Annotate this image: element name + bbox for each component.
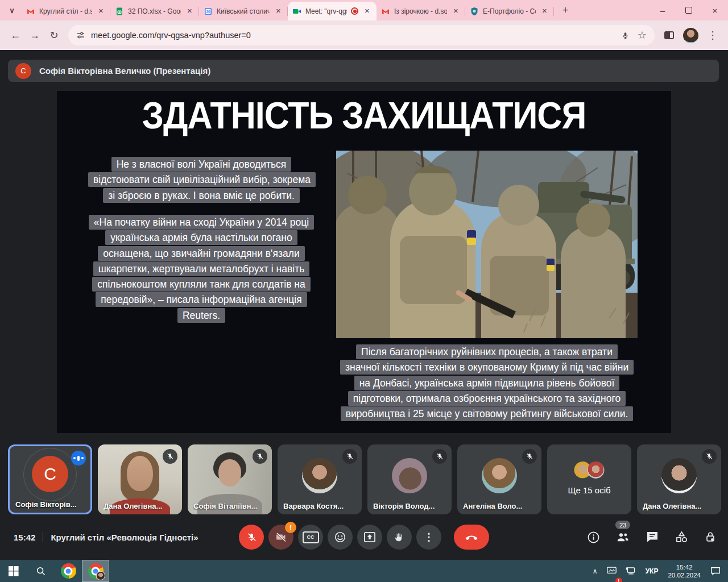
action-center-button[interactable] [708,560,723,582]
participant-tile-overflow[interactable]: Ще 15 осіб [547,444,631,514]
url-text[interactable]: meet.google.com/qrv-qgsa-vnp?authuser=0 [91,31,615,40]
gmail-icon [381,7,390,16]
participant-name: Вікторія Волод... [373,502,435,510]
svg-text:20: 20 [206,9,210,13]
participant-photo-avatar [661,458,697,493]
present-button[interactable] [357,525,382,550]
end-call-button[interactable] [454,525,489,550]
mic-toggle-button[interactable] [239,525,264,550]
camera-toggle-button[interactable]: ! [268,525,293,550]
call-controls: ! CC ⋮ [239,525,489,550]
forward-button[interactable]: → [25,26,44,45]
tray-network-icon[interactable] [623,560,639,582]
meeting-name: Круглий стіл «Революція Гідності» [51,533,198,542]
site-settings-icon[interactable] [76,31,85,40]
participant-tile-varvara[interactable]: Варвара Костя... [278,444,362,514]
close-icon[interactable]: × [185,6,195,16]
participant-name: Софія Віталіївн... [193,502,257,510]
sheets-icon [115,7,124,16]
address-bar-actions: ☆ [621,29,647,41]
taskbar-time: 15:42 [676,564,693,571]
lock-icon [704,530,717,544]
participant-tile-viktoriia[interactable]: Вікторія Волод... [367,444,452,514]
maximize-button[interactable] [676,0,702,20]
close-window-button[interactable]: × [702,0,728,20]
raise-hand-button[interactable] [387,525,412,550]
start-button[interactable] [0,560,27,582]
participants-panel-button[interactable]: 23 [615,530,630,544]
system-tray: ∧ ! УКР 15:42 20.02.2024 [590,560,728,582]
presentation-slide: ЗДАТНІСТЬ ЗАХИЩАТИСЯ Не з власної волі У… [57,91,671,433]
tab-meet-active[interactable]: Meet: "qrv-qgs × [288,2,377,20]
tray-chevron-icon[interactable]: ∧ [590,560,601,582]
participant-name: Ангеліна Воло... [463,502,522,510]
reload-button[interactable]: ↻ [44,26,64,45]
tab-label: Е-Портфоліо - Co [483,7,536,15]
present-icon [363,531,376,543]
alert-badge: ! [615,577,622,582]
taskbar-chrome-active-button[interactable] [82,560,109,582]
windows-logo-icon [9,566,19,576]
chrome-icon [88,563,104,579]
close-icon[interactable]: × [451,6,461,16]
hand-icon [394,531,405,543]
participant-tile-sofiia-viktorivna[interactable]: С Софія Вікторів... [8,444,92,514]
taskbar-search-button[interactable] [27,560,55,582]
bookmark-star-icon[interactable]: ☆ [638,29,647,41]
mic-off-icon [163,449,177,464]
meet-icon [292,7,301,16]
close-icon[interactable]: × [540,6,549,16]
taskbar-chrome-button[interactable] [55,560,82,582]
minimize-button[interactable]: – [650,0,676,20]
camera-alert-badge: ! [285,522,296,533]
participant-tile-sofiia-vitaliivna[interactable]: Софія Віталіївн... [188,444,272,514]
meeting-details-button[interactable] [587,531,600,544]
taskbar-clock[interactable]: 15:42 20.02.2024 [664,563,704,579]
tab-label: Meet: "qrv-qgs [305,7,347,15]
language-indicator[interactable]: УКР [643,560,661,582]
slide-title: ЗДАТНІСТЬ ЗАХИЩАТИСЯ [57,94,671,138]
new-tab-button[interactable]: + [557,2,573,18]
browser-menu-button[interactable]: ⋮ [703,26,722,45]
tray-display-alert-icon[interactable]: ! [604,560,619,582]
participant-photo-avatar [392,458,427,493]
profile-avatar[interactable] [683,28,698,43]
participant-name: Дана Олегівна... [104,502,162,510]
reactions-button[interactable] [328,525,353,550]
tab-gmail-1[interactable]: Круглий стіл - d.so × [22,2,110,20]
close-icon[interactable]: × [274,6,283,16]
tab-portfolio[interactable]: Е-Портфоліо - Co × [465,2,554,20]
maximize-icon [685,7,692,14]
participant-tile-dana-2[interactable]: Дана Олегівна... [637,444,721,514]
gmail-icon [26,7,35,16]
tab-sheets[interactable]: 32 ПО.xlsx - Goog × [110,2,199,20]
meet-page: С Софія Вікторівна Величко (Презентація)… [0,50,728,560]
back-button[interactable]: ← [6,26,25,45]
tab-calendar[interactable]: 20 Київський столичн × [199,2,288,20]
participant-tile-dana-1[interactable]: Дана Олегівна... [98,444,182,514]
address-bar[interactable]: meet.google.com/qrv-qgsa-vnp?authuser=0 … [68,25,655,45]
captions-button[interactable]: CC [298,525,323,550]
camera-off-icon [275,531,287,543]
tab-gmail-2[interactable]: Із зірочкою - d.so × [377,2,465,20]
people-icon [615,530,630,544]
tab-label: Круглий стіл - d.so [39,7,92,15]
more-vertical-icon: ⋮ [424,531,434,543]
meeting-panels: 23 [587,530,717,544]
close-icon[interactable]: × [362,6,372,16]
close-icon[interactable]: × [96,6,106,16]
activities-button[interactable] [675,530,689,544]
slide-paragraph-2: «На початку війни на сході України у 201… [88,215,315,323]
clock-time: 15:42 [14,533,35,542]
tab-search-icon[interactable]: ∨ [3,2,20,19]
activities-icon [675,530,689,544]
side-panel-button[interactable] [659,26,679,45]
mic-permission-icon[interactable] [621,31,630,40]
chat-panel-button[interactable] [646,530,659,544]
more-options-button[interactable]: ⋮ [416,525,441,550]
mic-off-icon [522,449,537,464]
mic-off-icon [702,449,717,464]
participant-tile-anhelina[interactable]: Ангеліна Воло... [457,444,541,514]
mic-off-icon [432,449,447,464]
host-controls-button[interactable] [704,530,717,544]
